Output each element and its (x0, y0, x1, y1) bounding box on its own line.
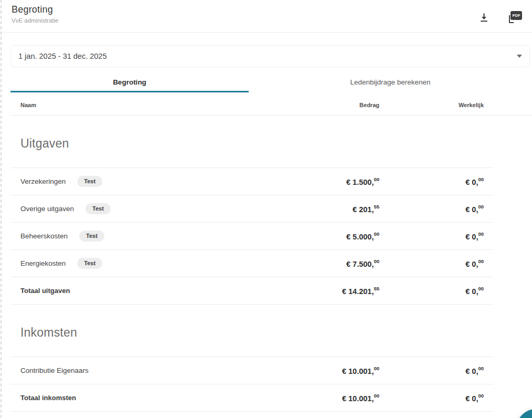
tab-ledenbijdrage-berekenen[interactable]: Ledenbijdrage berekenen (249, 71, 532, 92)
amount-decimals: 00 (478, 258, 484, 264)
page-subtitle: VvE administratie (12, 17, 58, 24)
tab-bar: Begroting Ledenbijdrage berekenen (10, 71, 532, 92)
row-bedrag-value: € 10.001,00 (295, 366, 379, 375)
table-row[interactable]: Verzekeringen Test € 1.500,00 € 0,00 (10, 168, 493, 195)
row-name: Totaal uitgaven (20, 287, 70, 295)
active-tab-indicator (10, 91, 249, 92)
tab-begroting[interactable]: Begroting (10, 71, 249, 92)
amount-decimals: 00 (478, 176, 484, 182)
table-row[interactable]: Totaal uitgaven € 14.201,55 € 0,00 (10, 277, 493, 305)
section-title: Uitgaven (10, 116, 493, 168)
amount-main: € 0, (465, 367, 478, 375)
page-header: Begroting VvE administratie PDF (0, 0, 532, 33)
row-bedrag-value: € 201,55 (295, 204, 379, 214)
row-name: Totaal inkomsten (20, 394, 76, 402)
budget-table-body: Uitgaven Verzekeringen Test € 1.500,00 €… (10, 116, 532, 412)
row-name-cell: Totaal inkomsten (10, 394, 295, 402)
row-werkelijk-value: € 0,00 (410, 366, 484, 375)
table-row[interactable]: Overige uitgaven Test € 201,55 € 0,00 (10, 195, 493, 223)
pdf-icon-corner (509, 15, 514, 23)
row-name: Verzekeringen (20, 177, 66, 185)
column-header-bedrag: Bedrag (295, 102, 379, 108)
row-name-cell: Energiekosten Test (10, 258, 295, 269)
period-select-value: 1 jan. 2025 - 31 dec. 2025 (18, 52, 107, 60)
amount-main: € 5.000, (346, 232, 374, 241)
amount-decimals: 55 (374, 286, 379, 291)
row-bedrag-value: € 5.000,00 (295, 232, 379, 241)
section-rows: Contributie Eigenaars € 10.001,00 € 0,00… (10, 357, 532, 412)
amount-main: € 0, (465, 232, 478, 241)
table-row[interactable]: Energiekosten Test € 7.500,00 € 0,00 (10, 250, 493, 277)
row-bedrag-value: € 14.201,55 (295, 286, 379, 296)
amount-decimals: 00 (374, 258, 379, 264)
row-name-cell: Totaal uitgaven (10, 287, 295, 295)
amount-decimals: 00 (374, 393, 379, 399)
amount-decimals: 00 (478, 286, 484, 291)
row-werkelijk-value: € 0,00 (410, 204, 484, 214)
download-icon (477, 11, 491, 24)
row-name: Beheerskosten (20, 232, 68, 240)
row-name-cell: Overige uitgaven Test (10, 203, 295, 214)
test-badge: Test (86, 203, 111, 214)
table-row[interactable]: Totaal inkomsten € 10.001,00 € 0,00 (10, 384, 493, 412)
row-name-cell: Beheerskosten Test (10, 231, 295, 242)
row-name: Contributie Eigenaars (20, 367, 89, 374)
amount-main: € 1.500, (346, 177, 374, 186)
amount-main: € 0, (465, 177, 478, 186)
amount-main: € 0, (465, 394, 478, 402)
page-title: Begroting (12, 4, 58, 15)
row-bedrag-value: € 1.500,00 (295, 177, 379, 186)
amount-main: € 0, (465, 205, 478, 213)
page-left-dashed-border (1, 0, 2, 418)
tab-begroting-label: Begroting (113, 78, 146, 86)
row-name-cell: Verzekeringen Test (10, 176, 295, 187)
row-bedrag-value: € 7.500,00 (295, 259, 379, 268)
pdf-icon: PDF (508, 11, 523, 25)
row-werkelijk-value: € 0,00 (410, 177, 484, 186)
row-name: Energiekosten (20, 259, 66, 267)
amount-main: € 10.001, (342, 394, 374, 402)
amount-decimals: 00 (478, 204, 484, 210)
amount-decimals: 00 (478, 393, 484, 399)
period-select[interactable]: 1 jan. 2025 - 31 dec. 2025 (10, 45, 530, 67)
download-button[interactable] (475, 9, 493, 26)
header-actions: PDF (475, 8, 526, 27)
row-werkelijk-value: € 0,00 (410, 393, 484, 403)
row-name-cell: Contributie Eigenaars (10, 367, 295, 374)
section-rows: Verzekeringen Test € 1.500,00 € 0,00 Ove… (10, 168, 532, 305)
column-header-naam: Naam (10, 102, 295, 108)
amount-decimals: 00 (374, 365, 379, 371)
tab-ledenbijdrage-label: Ledenbijdrage berekenen (350, 78, 430, 86)
chevron-down-icon (517, 55, 522, 58)
amount-decimals: 55 (374, 204, 379, 210)
section-header: Uitgaven (10, 116, 493, 168)
amount-main: € 10.001, (342, 367, 374, 375)
amount-main: € 0, (465, 287, 478, 295)
section-title: Inkomsten (10, 305, 493, 357)
begroting-page: Begroting VvE administratie PDF 1 jan. 2… (0, 0, 532, 418)
export-pdf-button[interactable]: PDF (506, 8, 525, 27)
row-werkelijk-value: € 0,00 (410, 259, 484, 268)
table-row[interactable]: Beheerskosten Test € 5.000,00 € 0,00 (10, 223, 493, 250)
budget-section: Inkomsten Contributie Eigenaars € 10.001… (10, 305, 532, 412)
amount-decimals: 00 (374, 231, 379, 237)
page-header-titles: Begroting VvE administratie (12, 4, 58, 24)
amount-decimals: 00 (478, 231, 484, 237)
amount-main: € 201, (353, 205, 374, 213)
amount-main: € 7.500, (346, 259, 374, 268)
amount-main: € 0, (465, 259, 478, 268)
amount-main: € 14.201, (342, 287, 374, 295)
row-bedrag-value: € 10.001,00 (295, 393, 379, 403)
test-badge: Test (77, 176, 102, 187)
budget-section: Uitgaven Verzekeringen Test € 1.500,00 €… (10, 116, 532, 305)
amount-decimals: 00 (374, 176, 379, 182)
column-header-werkelijk: Werkelijk (410, 102, 484, 108)
section-header: Inkomsten (10, 305, 493, 357)
amount-decimals: 00 (478, 365, 484, 371)
row-werkelijk-value: € 0,00 (410, 232, 484, 241)
test-badge: Test (79, 231, 104, 242)
test-badge: Test (77, 258, 102, 269)
row-name: Overige uitgaven (20, 205, 74, 213)
row-werkelijk-value: € 0,00 (410, 286, 484, 296)
table-row[interactable]: Contributie Eigenaars € 10.001,00 € 0,00 (10, 357, 493, 384)
